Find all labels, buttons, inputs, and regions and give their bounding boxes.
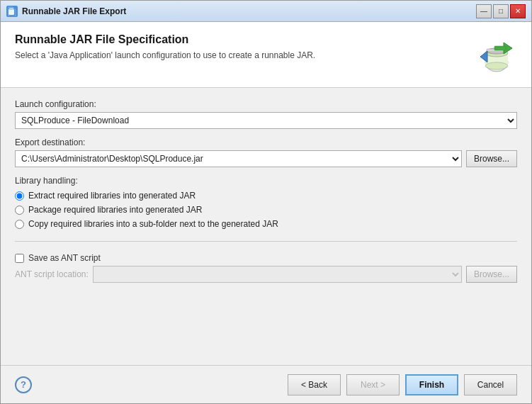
ant-script-checkbox[interactable] (15, 254, 24, 263)
svg-marker-11 (480, 51, 487, 62)
export-destination-input[interactable]: C:\Users\Administrator\Desktop\SQLProduc… (15, 150, 462, 167)
radio-copy-label[interactable]: Copy required libraries into a sub-folde… (28, 219, 278, 229)
finish-button[interactable]: Finish (405, 374, 458, 395)
radio-extract-input[interactable] (15, 191, 24, 201)
ant-script-label[interactable]: Save as ANT script (28, 253, 101, 263)
radio-extract: Extract required libraries into generate… (15, 190, 517, 201)
ant-location-select[interactable] (93, 266, 462, 283)
radio-extract-label[interactable]: Extract required libraries into generate… (28, 191, 196, 201)
back-button[interactable]: < Back (288, 374, 341, 395)
svg-rect-0 (9, 9, 14, 15)
svg-rect-1 (9, 8, 13, 10)
footer-left: ? (15, 376, 32, 393)
dialog-content: Runnable JAR File Specification Select a… (1, 22, 531, 403)
launch-config-label: Launch configuration: (15, 99, 517, 109)
jar-icon-container (475, 33, 517, 76)
ant-location-label: ANT script location: (15, 269, 89, 279)
close-button[interactable]: ✕ (510, 4, 526, 18)
radio-package-input[interactable] (15, 206, 24, 215)
export-destination-label: Export destination: (15, 138, 517, 147)
footer-buttons: < Back Next > Finish Cancel (32, 374, 517, 395)
ant-script-group: Save as ANT script ANT script location: … (15, 253, 517, 283)
radio-copy: Copy required libraries into a sub-folde… (15, 218, 517, 230)
radio-package: Package required libraries into generate… (15, 204, 517, 215)
header-text: Runnable JAR File Specification Select a… (15, 33, 468, 60)
main-window: Runnable JAR File Export — □ ✕ Runnable … (0, 0, 532, 404)
next-button[interactable]: Next > (346, 374, 400, 395)
svg-rect-10 (494, 46, 506, 50)
ant-browse-button[interactable]: Browse... (466, 266, 517, 283)
window-title: Runnable JAR File Export (22, 6, 472, 16)
main-form: Launch configuration: SQLProduce - FileD… (1, 88, 531, 365)
spacer (15, 291, 517, 354)
divider (15, 241, 517, 242)
header-section: Runnable JAR File Specification Select a… (1, 22, 531, 88)
window-icon (6, 6, 18, 17)
launch-config-select[interactable]: SQLProduce - FileDownload (15, 112, 517, 129)
radio-package-label[interactable]: Package required libraries into generate… (28, 205, 202, 215)
launch-config-group: Launch configuration: SQLProduce - FileD… (15, 99, 517, 129)
ant-location-row: ANT script location: Browse... (15, 266, 517, 283)
dialog-title: Runnable JAR File Specification (15, 33, 468, 46)
dialog-footer: ? < Back Next > Finish Cancel (1, 365, 531, 403)
svg-point-6 (485, 62, 508, 69)
jar-icon (477, 35, 516, 74)
launch-config-select-row: SQLProduce - FileDownload (15, 112, 517, 129)
maximize-button[interactable]: □ (493, 4, 509, 18)
export-destination-row: C:\Users\Administrator\Desktop\SQLProduc… (15, 150, 517, 167)
minimize-button[interactable]: — (476, 4, 492, 18)
cancel-button[interactable]: Cancel (464, 374, 517, 395)
library-handling-label: Library handling: (15, 176, 517, 186)
library-handling-group: Library handling: Extract required libra… (15, 176, 517, 230)
export-browse-button[interactable]: Browse... (466, 150, 517, 167)
help-button[interactable]: ? (15, 376, 32, 393)
dialog-subtitle: Select a 'Java Application' launch confi… (15, 50, 468, 60)
export-destination-group: Export destination: C:\Users\Administrat… (15, 138, 517, 167)
title-bar: Runnable JAR File Export — □ ✕ (1, 1, 531, 22)
radio-copy-input[interactable] (15, 220, 24, 229)
window-controls: — □ ✕ (476, 4, 526, 18)
ant-checkbox-row: Save as ANT script (15, 253, 517, 263)
